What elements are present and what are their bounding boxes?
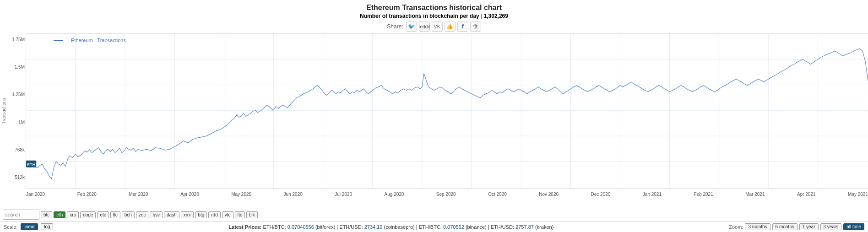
x-label-may2020: May 2020 (231, 192, 251, 197)
share-weibo[interactable]: 微 (470, 22, 481, 32)
coin-vtc[interactable]: vtc (222, 211, 233, 218)
coin-bsv[interactable]: bsv (150, 211, 163, 218)
share-vk[interactable]: VK (432, 22, 443, 32)
prices-latest-label: Latest Prices: (228, 224, 261, 230)
x-label-apr2021: Apr 2021 (797, 192, 816, 197)
share-reddit[interactable]: reddit (419, 22, 430, 32)
share-twitter[interactable]: 🐦 (406, 22, 417, 32)
scale-label: Scale: (4, 224, 18, 230)
prices-eth-usd-kraken: ETH/USD: 2757.87 (kraken) (491, 224, 554, 230)
x-label-nov2020: Nov 2020 (539, 192, 559, 197)
share-bar: Share: 🐦 reddit VK 👍 f 微 (0, 22, 868, 32)
coin-zec[interactable]: zec (136, 211, 149, 218)
x-label-mar2020: Mar 2020 (129, 192, 148, 197)
zoom-alltime-button[interactable]: all time (843, 223, 864, 230)
coin-xrp[interactable]: xrp (67, 211, 79, 218)
y-label-175m: 1.75M (8, 37, 25, 42)
coin-dash[interactable]: dash (164, 211, 179, 218)
coin-blk[interactable]: blk (246, 211, 258, 218)
chart-header: Ethereum Transactions historical chart N… (0, 0, 868, 33)
search-input[interactable] (3, 210, 39, 220)
zoom-6months-button[interactable]: 6 months (772, 223, 797, 230)
zoom-label: Zoom: (729, 224, 743, 230)
share-facebook[interactable]: f (457, 22, 468, 32)
prices-eth-usd-coinbasepro: ETH/USD: 2734.19 (coinbasepro) | (339, 224, 417, 230)
prices-eth-btc-bitforex: ETH/BTC: 0.07040556 (bitforex) | (263, 224, 338, 230)
x-label-feb2020: Feb 2020 (77, 192, 97, 197)
coin-ftc[interactable]: ftc (235, 211, 245, 218)
scale-linear-button[interactable]: linear (21, 223, 38, 230)
coin-etc[interactable]: etc (97, 211, 108, 218)
zoom-3months-button[interactable]: 3 months (745, 223, 770, 230)
chart-subtitle: Number of transactions in blockchain per… (0, 13, 868, 19)
y-axis-label: Transactions (0, 33, 7, 189)
x-label-apr2020: Apr 2020 (180, 192, 199, 197)
x-label-jul2020: Jul 2020 (335, 192, 352, 197)
prices-eth-btc-binance: ETH/BTC: 0.070562 (binance) | (419, 224, 489, 230)
coin-btg[interactable]: btg (195, 211, 207, 218)
coin-rdd[interactable]: rdd (208, 211, 220, 218)
x-label-mar2021: Mar 2021 (745, 192, 765, 197)
x-label-may2021: May 2021 (848, 192, 868, 197)
coin-btc[interactable]: btc (41, 211, 52, 218)
coin-bch[interactable]: bch (122, 211, 135, 218)
zoom-1year-button[interactable]: 1 year (799, 223, 819, 230)
x-label-jun2020: Jun 2020 (284, 192, 303, 197)
share-like[interactable]: 👍 (445, 22, 456, 32)
x-label-sep2020: Sep 2020 (436, 192, 456, 197)
x-label-dec2020: Dec 2020 (591, 192, 611, 197)
coins-row: btc eth xrp doge etc ltc bch zec bsv das… (0, 208, 868, 221)
scale-log-button[interactable]: log (41, 223, 53, 230)
coin-doge[interactable]: doge (80, 211, 96, 218)
coin-xmr[interactable]: xmr (181, 211, 194, 218)
y-label-512k: 512k (8, 175, 25, 180)
x-label-oct2020: Oct 2020 (488, 192, 507, 197)
x-label-jan2021: Jan 2021 (643, 192, 662, 197)
y-label-125m: 1.25M (8, 92, 25, 97)
bottom-controls-row: Scale: linear log Latest Prices: ETH/BTC… (0, 221, 868, 232)
x-label-feb2021: Feb 2021 (694, 192, 713, 197)
x-label-jan2020: Jan 2020 (26, 192, 45, 197)
prices-info: Latest Prices: ETH/BTC: 0.07040556 (bitf… (56, 224, 726, 230)
y-label-768k: 768k (8, 147, 25, 152)
svg-text:ETH: ETH (27, 162, 35, 167)
coin-eth[interactable]: eth (54, 211, 65, 218)
zoom-bar: Zoom: 3 months 6 months 1 year 3 years a… (729, 223, 864, 230)
zoom-3years-button[interactable]: 3 years (820, 223, 842, 230)
y-label-15m: 1.5M (8, 65, 25, 70)
coin-ltc[interactable]: ltc (110, 211, 120, 218)
x-label-aug2020: Aug 2020 (385, 192, 404, 197)
share-label: Share: (387, 23, 403, 30)
chart-title: Ethereum Transactions historical chart (0, 4, 868, 12)
y-label-1m: 1M (8, 120, 25, 125)
